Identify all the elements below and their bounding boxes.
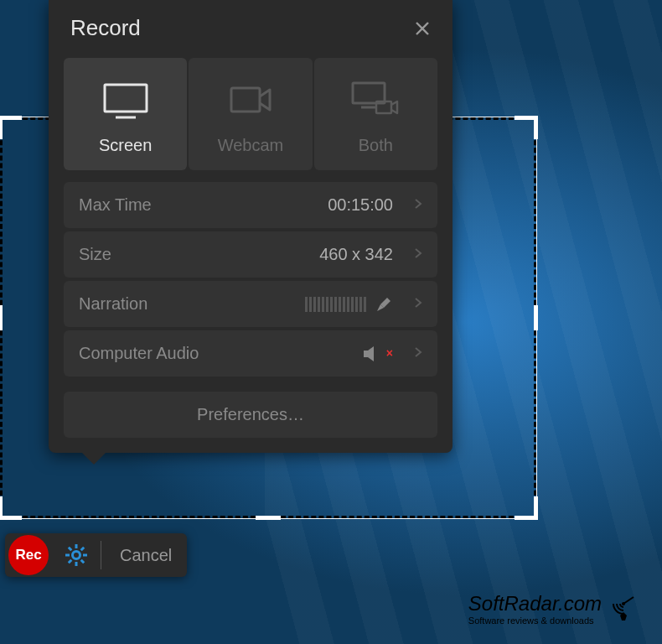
settings-rows: Max Time 00:15:00 Size 460 x 342 Narrati… [49, 170, 453, 377]
record-toolbar: Rec Cancel [5, 533, 187, 577]
row-max-time[interactable]: Max Time 00:15:00 [64, 182, 437, 228]
both-icon [348, 79, 403, 121]
row-value: 460 x 342 [319, 245, 393, 264]
row-label: Computer Audio [79, 344, 362, 363]
record-button[interactable]: Rec [8, 535, 49, 575]
preferences-container: Preferences… [49, 380, 453, 453]
row-narration[interactable]: Narration [64, 281, 437, 327]
close-button[interactable] [411, 17, 434, 40]
row-label: Max Time [79, 195, 328, 215]
webcam-icon [223, 79, 278, 121]
radar-icon [607, 592, 637, 626]
watermark: SoftRadar.com Software reviews & downloa… [468, 592, 637, 626]
svg-line-11 [69, 548, 72, 551]
svg-line-15 [623, 597, 634, 604]
screen-icon [98, 79, 153, 121]
svg-point-6 [73, 552, 80, 559]
audio-indicator: × [362, 345, 393, 363]
tab-label: Webcam [218, 136, 284, 155]
chevron-right-icon [414, 247, 422, 262]
tab-webcam[interactable]: Webcam [189, 58, 312, 170]
svg-rect-3 [353, 83, 385, 103]
gear-icon [64, 543, 89, 568]
narration-indicator [305, 295, 393, 314]
panel-header: Record [49, 0, 453, 58]
tab-label: Screen [99, 136, 152, 155]
svg-line-14 [81, 548, 85, 551]
row-label: Narration [79, 294, 305, 314]
row-size[interactable]: Size 460 x 342 [64, 231, 437, 278]
watermark-text: SoftRadar.com Software reviews & downloa… [468, 592, 602, 626]
cancel-button[interactable]: Cancel [105, 539, 187, 572]
chevron-right-icon [414, 297, 422, 312]
tab-label: Both [359, 136, 393, 155]
row-label: Size [79, 245, 319, 264]
close-icon [414, 20, 431, 37]
svg-line-13 [69, 560, 72, 564]
watermark-brand: SoftRadar.com [468, 592, 602, 615]
preferences-button[interactable]: Preferences… [64, 392, 437, 438]
svg-rect-2 [231, 88, 260, 112]
toolbar-divider [101, 541, 101, 569]
panel-arrow-pointer [82, 453, 106, 465]
microphone-icon [375, 295, 393, 314]
speaker-muted-icon [362, 345, 384, 363]
chevron-right-icon [414, 346, 422, 361]
chevron-right-icon [414, 198, 422, 213]
panel-title: Record [70, 15, 141, 41]
tab-both[interactable]: Both [314, 58, 437, 170]
muted-x-icon: × [386, 346, 393, 360]
tab-screen[interactable]: Screen [64, 58, 187, 170]
settings-button[interactable] [55, 536, 97, 574]
source-tabs: Screen Webcam Both [49, 58, 453, 170]
svg-line-12 [81, 560, 85, 564]
record-panel: Record Screen Webcam Both Max Time [49, 0, 453, 453]
watermark-tagline: Software reviews & downloads [468, 615, 594, 626]
svg-point-16 [622, 602, 625, 605]
row-value: 00:15:00 [328, 195, 393, 215]
level-meter-icon [305, 297, 366, 312]
row-computer-audio[interactable]: Computer Audio × [64, 330, 437, 377]
svg-rect-0 [105, 85, 147, 112]
